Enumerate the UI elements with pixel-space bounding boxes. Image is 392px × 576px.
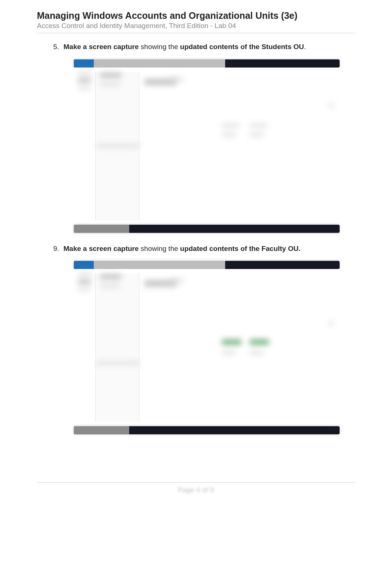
window-titlebar	[74, 59, 340, 68]
blur-label	[78, 272, 92, 277]
window-body	[74, 68, 340, 225]
content-area: 5. Make a screen capture showing the upd…	[37, 42, 355, 434]
window-taskbar	[74, 426, 340, 434]
blur-status	[96, 143, 140, 148]
blur-label	[100, 73, 122, 78]
screenshot-faculty-ou	[74, 261, 340, 434]
blur-item-green	[249, 339, 269, 345]
window-taskbar	[74, 225, 340, 233]
blur-label	[100, 82, 120, 87]
nav-col	[95, 273, 140, 422]
instruction-text: Make a screen capture showing the update…	[63, 42, 355, 52]
taskbar-grey	[74, 426, 129, 434]
blur-item	[249, 350, 264, 355]
instruction-item: 5. Make a screen capture showing the upd…	[48, 42, 355, 52]
titlebar-grey	[94, 261, 225, 269]
blur-label	[170, 278, 185, 283]
blur-item	[249, 132, 264, 137]
blur-item-green	[221, 339, 242, 345]
instruction-bold-prefix: Make a screen capture	[63, 43, 139, 51]
footer-page-number: Page 4 of 9	[178, 486, 214, 494]
instruction-mid: showing the	[139, 43, 180, 51]
page-title: Managing Windows Accounts and Organizati…	[37, 10, 355, 21]
page-footer: Page 4 of 9	[37, 482, 355, 494]
window-titlebar	[74, 261, 340, 269]
blur-label	[78, 70, 92, 76]
blur-label	[100, 283, 120, 288]
blur-icon	[328, 103, 334, 108]
blur-label	[170, 76, 185, 82]
blur-label	[78, 85, 91, 90]
instruction-number: 9.	[48, 244, 63, 254]
blur-icon	[328, 321, 334, 327]
instruction-number: 5.	[48, 42, 63, 52]
blur-label	[78, 287, 91, 292]
blur-item	[221, 123, 240, 128]
page-subtitle: Access Control and Identity Management, …	[37, 22, 355, 30]
screenshot-students-ou	[74, 59, 340, 233]
blur-label	[78, 279, 92, 284]
titlebar-accent	[74, 261, 94, 269]
instruction-bold-prefix: Make a screen capture	[63, 245, 139, 252]
instruction-bold-suffix: updated contents of the Students OU	[180, 43, 304, 51]
taskbar-grey	[74, 225, 129, 233]
blur-item	[221, 350, 236, 355]
blur-item	[249, 123, 268, 128]
window-body	[74, 269, 340, 426]
blur-item	[221, 132, 236, 137]
blur-status	[96, 361, 140, 366]
instruction-item: 9. Make a screen capture showing the upd…	[48, 244, 355, 254]
titlebar-accent	[74, 59, 94, 68]
blur-label	[78, 78, 92, 83]
instruction-text: Make a screen capture showing the update…	[63, 244, 355, 254]
titlebar-grey	[94, 59, 225, 68]
page-header: Managing Windows Accounts and Organizati…	[37, 10, 355, 33]
instruction-bold-suffix: updated contents of the Faculty OU.	[180, 245, 300, 252]
instruction-period: .	[304, 43, 306, 51]
blur-label	[100, 274, 122, 279]
instruction-mid: showing the	[139, 245, 180, 252]
